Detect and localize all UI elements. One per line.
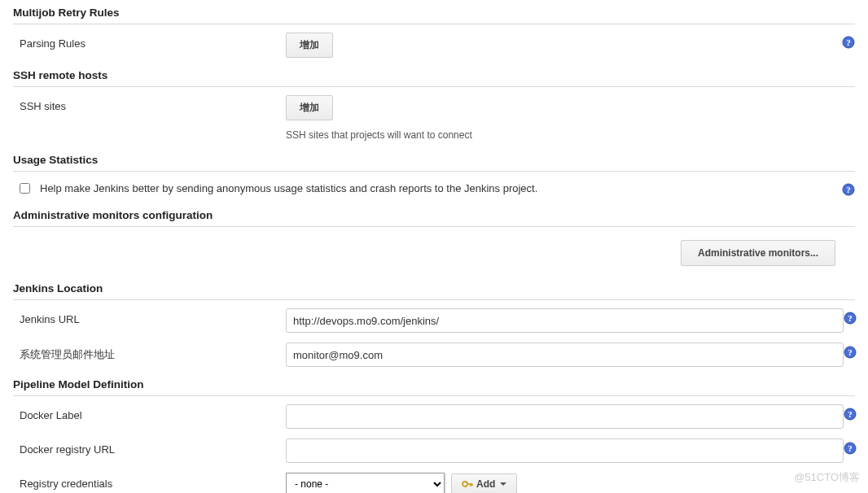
- row-parsing-rules: Parsing Rules 增加 ?: [13, 28, 855, 63]
- row-admin-monitors: Administrative monitors...: [13, 230, 855, 276]
- add-ssh-site-button[interactable]: 增加: [286, 95, 333, 120]
- section-header-admin-monitors: Administrative monitors configuration: [13, 203, 855, 227]
- section-header-pipeline: Pipeline Model Definition: [13, 372, 855, 396]
- svg-point-12: [462, 482, 467, 486]
- help-icon[interactable]: ?: [844, 442, 857, 455]
- svg-text:?: ?: [848, 443, 853, 453]
- help-icon[interactable]: ?: [844, 408, 857, 421]
- label-docker-label: Docker Label: [13, 404, 286, 421]
- jenkins-url-input[interactable]: [286, 308, 844, 333]
- label-ssh-sites: SSH sites: [13, 95, 286, 112]
- ssh-desc-container: SSH sites that projects will want to con…: [286, 125, 855, 147]
- row-ssh-sites: SSH sites 增加: [13, 90, 855, 125]
- svg-text:?: ?: [848, 409, 853, 419]
- row-usage-stats: Help make Jenkins better by sending anon…: [13, 175, 855, 203]
- row-registry-credentials: Registry credentials - none - Add: [13, 468, 855, 493]
- section-header-ssh: SSH remote hosts: [13, 63, 855, 87]
- docker-registry-url-input[interactable]: [286, 438, 844, 463]
- label-registry-credentials: Registry credentials: [13, 473, 286, 490]
- help-icon[interactable]: ?: [844, 346, 857, 359]
- section-header-jenkins-location: Jenkins Location: [13, 276, 855, 300]
- svg-text:?: ?: [848, 347, 853, 357]
- add-parsing-rule-button[interactable]: 增加: [286, 33, 333, 58]
- help-icon[interactable]: ?: [842, 183, 855, 196]
- usage-stats-checkbox[interactable]: [20, 183, 30, 194]
- label-jenkins-url: Jenkins URL: [13, 308, 286, 325]
- add-credentials-button[interactable]: Add: [451, 473, 517, 493]
- label-parsing-rules: Parsing Rules: [13, 33, 286, 50]
- docker-label-input[interactable]: [286, 404, 844, 429]
- chevron-down-icon: [500, 482, 506, 486]
- section-header-multijob: Multijob Retry Rules: [13, 0, 855, 24]
- label-docker-registry: Docker registry URL: [13, 438, 286, 456]
- key-icon: [462, 478, 473, 490]
- row-jenkins-url: Jenkins URL ?: [13, 303, 855, 338]
- svg-text:?: ?: [846, 185, 851, 194]
- help-icon[interactable]: ?: [842, 36, 855, 49]
- admin-email-input[interactable]: [286, 342, 844, 367]
- help-icon[interactable]: ?: [844, 312, 857, 325]
- ssh-desc: SSH sites that projects will want to con…: [286, 129, 472, 141]
- row-docker-registry-url: Docker registry URL ?: [13, 434, 855, 468]
- section-header-usage: Usage Statistics: [13, 147, 855, 172]
- row-docker-label: Docker Label ?: [13, 399, 855, 434]
- registry-credentials-select[interactable]: - none -: [286, 473, 445, 493]
- svg-text:?: ?: [848, 313, 853, 323]
- add-credentials-label: Add: [476, 478, 495, 490]
- watermark: @51CTO博客: [794, 470, 860, 485]
- label-admin-email: 系统管理员邮件地址: [13, 342, 286, 362]
- svg-text:?: ?: [846, 37, 851, 47]
- administrative-monitors-button[interactable]: Administrative monitors...: [681, 240, 835, 266]
- usage-stats-label: Help make Jenkins better by sending anon…: [40, 182, 835, 194]
- row-admin-email: 系统管理员邮件地址 ?: [13, 338, 855, 372]
